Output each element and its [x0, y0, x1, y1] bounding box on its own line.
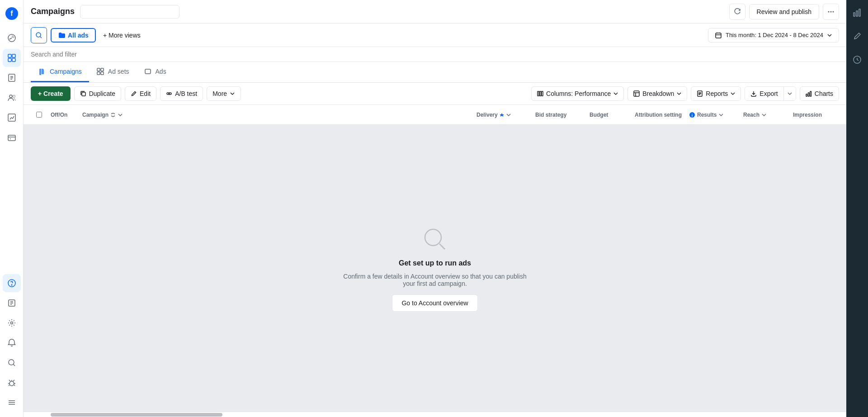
table-area: Campaigns Ad sets [24, 62, 846, 417]
select-all-checkbox[interactable] [36, 112, 42, 118]
reports-icon [697, 90, 703, 97]
duplicate-label: Duplicate [89, 90, 115, 97]
svg-point-12 [8, 280, 15, 287]
create-label: + Create [38, 90, 63, 97]
results-info-icon: i [689, 112, 695, 118]
date-range-label: This month: 1 Dec 2024 - 8 Dec 2024 [726, 32, 823, 38]
columns-chevron-icon [613, 91, 618, 96]
svg-point-17 [9, 381, 14, 386]
ab-test-button[interactable]: A/B test [160, 86, 203, 101]
create-button[interactable]: + Create [31, 86, 71, 101]
more-button[interactable]: More [207, 86, 241, 101]
clock-icon [853, 55, 862, 64]
tab-ad-sets[interactable]: Ad sets [89, 62, 137, 82]
horizontal-scrollbar-thumb[interactable] [51, 413, 222, 417]
svg-point-19 [830, 11, 832, 12]
edit-button[interactable]: Edit [125, 86, 156, 101]
sidebar-item-overview[interactable] [3, 29, 21, 47]
th-bid-strategy: Bid strategy [532, 112, 586, 118]
th-offon: Off/On [47, 112, 79, 118]
th-attribution-setting: Attribution setting [631, 112, 685, 118]
search-filter-toggle[interactable] [31, 27, 47, 43]
svg-rect-27 [145, 69, 151, 74]
tab-ads[interactable]: Ads [137, 62, 174, 82]
th-results: i Results [685, 112, 740, 118]
charts-icon [806, 90, 812, 97]
svg-rect-37 [808, 93, 809, 96]
ellipsis-icon [827, 8, 835, 15]
column-chevron-icon [118, 112, 123, 118]
campaign-name-input[interactable] [80, 5, 179, 19]
svg-rect-36 [806, 94, 807, 96]
top-header: Campaigns Review and publish [24, 0, 846, 24]
calendar-icon [715, 32, 722, 39]
adsets-tab-icon [96, 67, 104, 76]
sidebar-bottom [3, 274, 21, 412]
search-filter-bar [24, 47, 846, 62]
folder-icon [58, 32, 65, 39]
empty-search-icon [420, 225, 449, 254]
svg-point-30 [170, 93, 171, 95]
sidebar-item-settings[interactable] [3, 314, 21, 332]
svg-rect-43 [856, 11, 858, 16]
tab-campaigns-label: Campaigns [50, 68, 82, 75]
delivery-chevron-icon [506, 112, 511, 118]
svg-point-15 [10, 322, 13, 324]
sidebar-item-help[interactable] [3, 274, 21, 292]
more-chevron-icon [230, 91, 235, 96]
more-views-button[interactable]: + More views [99, 29, 144, 42]
empty-state: Get set up to run ads Confirm a few deta… [24, 125, 846, 412]
reports-button[interactable]: Reports [691, 86, 741, 101]
more-options-button[interactable] [823, 4, 839, 20]
columns-button[interactable]: Columns: Performance [531, 86, 624, 101]
th-reach: Reach [740, 112, 789, 118]
sidebar-nav [3, 29, 21, 274]
export-label: Export [760, 90, 778, 97]
results-chevron-icon [718, 112, 724, 118]
reach-chevron-icon [761, 112, 767, 118]
svg-rect-23 [97, 68, 100, 71]
edit-label: Edit [140, 90, 151, 97]
reports-label: Reports [706, 90, 728, 97]
left-sidebar: f [0, 0, 24, 417]
export-dropdown-button[interactable] [784, 87, 796, 100]
svg-text:i: i [692, 113, 693, 118]
review-publish-button[interactable]: Review and publish [749, 4, 819, 19]
svg-rect-44 [859, 9, 860, 16]
search-filter-input[interactable] [31, 51, 839, 58]
svg-rect-6 [12, 58, 15, 62]
sidebar-item-menu[interactable] [3, 393, 21, 412]
all-ads-label: All ads [68, 32, 89, 39]
export-chevron-icon [788, 91, 792, 96]
more-label: More [212, 90, 227, 97]
sidebar-item-billing[interactable] [3, 128, 21, 147]
sidebar-item-search[interactable] [3, 354, 21, 372]
svg-rect-4 [12, 54, 15, 57]
right-sidebar-edit[interactable] [850, 29, 864, 43]
right-sidebar-bar-chart[interactable] [850, 5, 864, 20]
duplicate-button[interactable]: Duplicate [74, 86, 121, 101]
sidebar-item-audience[interactable] [3, 89, 21, 107]
breakdown-button[interactable]: Breakdown [627, 86, 687, 101]
date-range-picker[interactable]: This month: 1 Dec 2024 - 8 Dec 2024 [708, 28, 839, 43]
sidebar-item-bug[interactable] [3, 374, 21, 392]
sidebar-item-campaigns[interactable] [3, 49, 21, 67]
chevron-down-icon [827, 33, 832, 38]
sidebar-item-pages[interactable] [3, 69, 21, 87]
sidebar-item-notes[interactable] [3, 294, 21, 312]
all-ads-button[interactable]: All ads [51, 28, 96, 43]
empty-state-title: Get set up to run ads [399, 259, 471, 267]
campaigns-tab-icon [38, 67, 46, 76]
right-sidebar-clock[interactable] [850, 52, 864, 67]
refresh-button[interactable] [729, 4, 745, 20]
go-to-account-button[interactable]: Go to Account overview [392, 294, 477, 312]
charts-button[interactable]: Charts [800, 86, 839, 101]
tab-campaigns[interactable]: Campaigns [31, 62, 89, 82]
sidebar-item-notifications[interactable] [3, 334, 21, 352]
svg-point-8 [9, 95, 12, 98]
svg-rect-34 [634, 91, 639, 96]
breakdown-chevron-icon [677, 91, 681, 96]
export-main-button[interactable]: Export [745, 87, 783, 100]
sidebar-item-ads-reporting[interactable] [3, 109, 21, 127]
meta-logo[interactable]: f [4, 5, 20, 22]
